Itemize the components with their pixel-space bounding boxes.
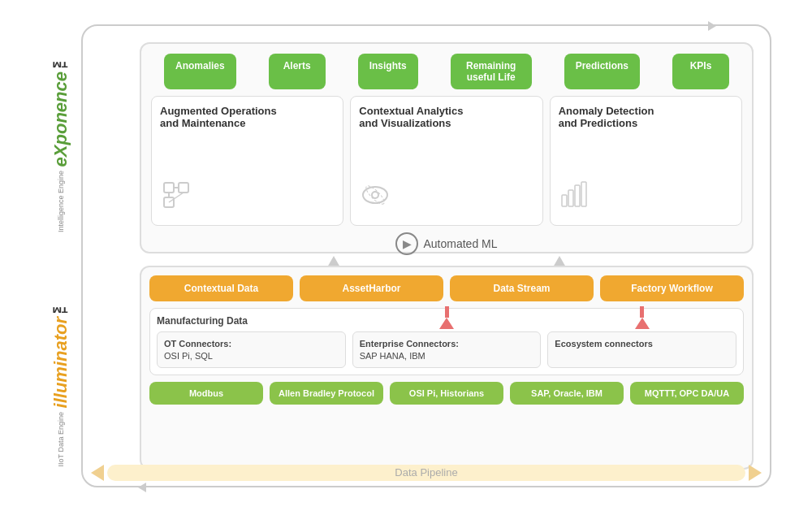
- btn-osi-pi: OSI Pi, Historians: [390, 382, 503, 405]
- btn-mqtt: MQTTT, OPC DA/UA: [630, 382, 744, 405]
- section-anomaly-title: Anomaly Detectionand Predictions: [559, 105, 733, 129]
- data-pipeline-container: Data Pipeline: [91, 465, 762, 481]
- section-contextual: Contextual Analyticsand Visualizations: [350, 96, 542, 226]
- pipeline-label: Data Pipeline: [395, 466, 457, 479]
- svg-rect-9: [562, 195, 567, 206]
- btn-assetharbor: AssetHarbor: [300, 275, 443, 301]
- pipeline-label-bg: Data Pipeline: [107, 465, 745, 481]
- svg-rect-11: [575, 185, 580, 206]
- illuminator-section: Contextual Data AssetHarbor Data Stream …: [140, 266, 754, 470]
- btn-contextual-data: Contextual Data: [149, 275, 293, 301]
- badge-alerts: Alerts: [269, 54, 326, 89]
- ecosystem-arrow-shaft: [640, 306, 644, 318]
- exponence-section: Anomalies Alerts Insights Remainingusefu…: [140, 42, 754, 253]
- ot-connectors-title: OT Connectors:: [164, 339, 339, 349]
- btn-data-stream: Data Stream: [450, 275, 594, 301]
- illuminator-brand: illuminator: [50, 317, 71, 408]
- diagram-container: eXponence™ Intelligence Engine illuminat…: [32, 16, 780, 496]
- sections-row: Augmented Operationsand Maintenance: [141, 96, 752, 226]
- badges-row: Anomalies Alerts Insights Remainingusefu…: [141, 44, 752, 96]
- top-arrow-head: [708, 21, 721, 31]
- section-augmented-title: Augmented Operationsand Maintenance: [160, 105, 335, 129]
- exponence-brand: eXponence: [50, 71, 71, 167]
- ot-connectors-box: OT Connectors: OSI Pi, SQL: [157, 331, 346, 368]
- green-row: Modbus Allen Bradley Protocol OSI Pi, Hi…: [149, 382, 744, 405]
- illuminator-sub: IIoT Data Engine: [57, 412, 65, 466]
- exponence-text: eXponence™: [50, 51, 71, 167]
- svg-rect-0: [164, 183, 174, 193]
- illuminator-text: illuminator™: [50, 297, 71, 408]
- orange-row: Contextual Data AssetHarbor Data Stream …: [149, 275, 744, 301]
- svg-point-7: [372, 192, 378, 198]
- manufacturing-data-box: Manufacturing Data OT Connectors: OSI Pi…: [149, 308, 744, 375]
- ot-connectors-detail: OSI Pi, SQL: [164, 351, 339, 361]
- badge-anomalies: Anomalies: [164, 54, 236, 89]
- svg-rect-12: [581, 182, 586, 206]
- btn-factory-workflow: Factory Workflow: [600, 275, 744, 301]
- badge-kpis: KPIs: [672, 54, 729, 89]
- svg-rect-1: [179, 183, 188, 193]
- enterprise-connectors-title: Enterprise Connectors:: [360, 339, 534, 349]
- exponence-sub: Intelligence Engine: [57, 171, 65, 232]
- enterprise-connectors-box: Enterprise Connectors: SAP HANA, IBM: [352, 331, 542, 368]
- section-contextual-icon: [359, 179, 391, 217]
- badge-remaining-life: Remaininguseful Life: [451, 54, 532, 89]
- section-anomaly-icon: [559, 179, 591, 217]
- top-arrow-area: [132, 19, 721, 32]
- svg-rect-10: [568, 190, 573, 206]
- automl-label: Automated ML: [423, 237, 497, 250]
- ecosystem-arrow-head: [635, 318, 650, 329]
- section-augmented-icon: [160, 179, 192, 217]
- pipeline-right-arrow: [749, 465, 762, 481]
- outer-box: Anomalies Alerts Insights Remainingusefu…: [81, 24, 771, 487]
- section-anomaly: Anomaly Detectionand Predictions: [550, 96, 742, 226]
- bottom-arrow-area: [138, 483, 146, 492]
- enterprise-arrow: [439, 306, 454, 329]
- badge-predictions: Predictions: [564, 54, 640, 89]
- page-wrapper: eXponence™ Intelligence Engine illuminat…: [0, 0, 812, 511]
- pipeline-left-arrow: [91, 465, 104, 481]
- ecosystem-connectors-title: Ecosystem connectors: [555, 339, 729, 349]
- btn-modbus: Modbus: [149, 382, 263, 405]
- enterprise-arrow-shaft: [445, 306, 449, 318]
- ecosystem-arrow: [635, 306, 650, 329]
- section-contextual-title: Contextual Analyticsand Visualizations: [359, 105, 533, 129]
- enterprise-connectors-detail: SAP HANA, IBM: [360, 351, 534, 361]
- bottom-arrow-head: [138, 483, 146, 492]
- ecosystem-connectors-box: Ecosystem connectors: [547, 331, 736, 368]
- connectors-row: OT Connectors: OSI Pi, SQL Enterprise Co…: [157, 331, 736, 368]
- data-pipeline-row: Data Pipeline: [91, 465, 762, 481]
- automl-icon: ▶: [395, 232, 418, 255]
- section-augmented: Augmented Operationsand Maintenance: [151, 96, 343, 226]
- enterprise-arrow-head: [439, 318, 454, 329]
- badge-insights: Insights: [358, 54, 418, 89]
- btn-allen-bradley: Allen Bradley Protocol: [270, 382, 383, 405]
- btn-sap-oracle: SAP, Oracle, IBM: [510, 382, 624, 405]
